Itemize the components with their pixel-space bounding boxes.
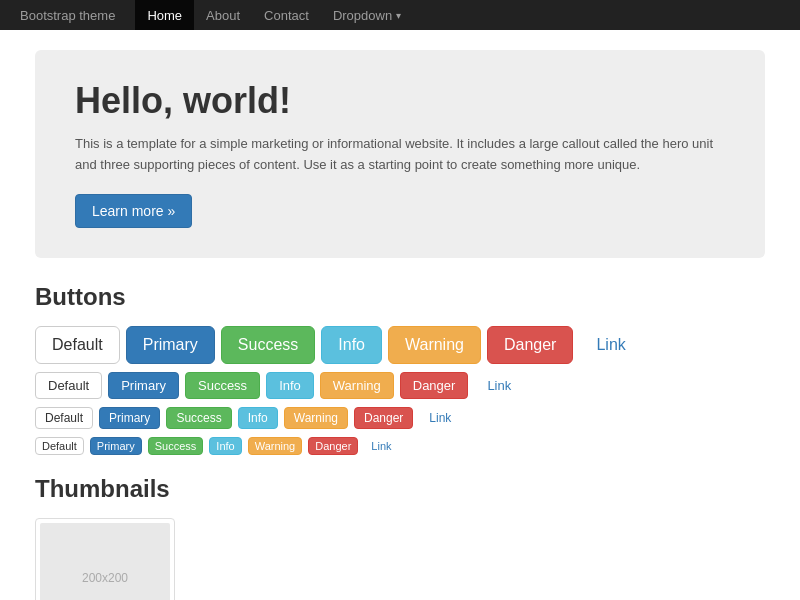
chevron-down-icon: ▾ xyxy=(396,10,401,21)
btn-row-lg: Default Primary Success Info Warning Dan… xyxy=(35,326,765,364)
btn-primary-xs[interactable]: Primary xyxy=(90,437,142,455)
btn-warning-sm[interactable]: Warning xyxy=(284,407,348,429)
main-container: Hello, world! This is a template for a s… xyxy=(20,30,780,600)
btn-primary-md[interactable]: Primary xyxy=(108,372,179,399)
thumbnails-section-title: Thumbnails xyxy=(35,475,765,503)
btn-link-xs[interactable]: Link xyxy=(364,437,398,455)
hero-description: This is a template for a simple marketin… xyxy=(75,134,725,176)
btn-info-md[interactable]: Info xyxy=(266,372,314,399)
thumbnails-section: Thumbnails 200x200 xyxy=(35,475,765,600)
btn-danger-sm[interactable]: Danger xyxy=(354,407,413,429)
btn-danger-xs[interactable]: Danger xyxy=(308,437,358,455)
learn-more-button[interactable]: Learn more » xyxy=(75,194,192,228)
btn-link-sm[interactable]: Link xyxy=(419,407,461,429)
btn-success-sm[interactable]: Success xyxy=(166,407,231,429)
thumbnail-placeholder: 200x200 xyxy=(40,523,170,600)
navbar-brand[interactable]: Bootstrap theme xyxy=(20,8,115,23)
btn-info-lg[interactable]: Info xyxy=(321,326,382,364)
navbar: Bootstrap theme Home About Contact Dropd… xyxy=(0,0,800,30)
btn-danger-md[interactable]: Danger xyxy=(400,372,469,399)
btn-success-lg[interactable]: Success xyxy=(221,326,315,364)
btn-default-md[interactable]: Default xyxy=(35,372,102,399)
btn-link-md[interactable]: Link xyxy=(474,372,524,399)
btn-primary-lg[interactable]: Primary xyxy=(126,326,215,364)
thumbnail-item[interactable]: 200x200 xyxy=(35,518,175,600)
btn-primary-sm[interactable]: Primary xyxy=(99,407,160,429)
btn-default-sm[interactable]: Default xyxy=(35,407,93,429)
btn-default-xs[interactable]: Default xyxy=(35,437,84,455)
btn-row-xs: Default Primary Success Info Warning Dan… xyxy=(35,437,765,455)
nav-items: Home About Contact Dropdown ▾ xyxy=(135,0,413,30)
nav-item-contact[interactable]: Contact xyxy=(252,0,321,30)
btn-success-md[interactable]: Success xyxy=(185,372,260,399)
nav-item-dropdown[interactable]: Dropdown ▾ xyxy=(321,0,413,30)
buttons-section-title: Buttons xyxy=(35,283,765,311)
btn-row-md: Default Primary Success Info Warning Dan… xyxy=(35,372,765,399)
btn-info-xs[interactable]: Info xyxy=(209,437,241,455)
btn-success-xs[interactable]: Success xyxy=(148,437,204,455)
btn-default-lg[interactable]: Default xyxy=(35,326,120,364)
btn-warning-xs[interactable]: Warning xyxy=(248,437,303,455)
btn-row-sm: Default Primary Success Info Warning Dan… xyxy=(35,407,765,429)
btn-warning-lg[interactable]: Warning xyxy=(388,326,481,364)
thumbnail-label: 200x200 xyxy=(82,571,128,585)
btn-info-sm[interactable]: Info xyxy=(238,407,278,429)
btn-warning-md[interactable]: Warning xyxy=(320,372,394,399)
nav-item-about[interactable]: About xyxy=(194,0,252,30)
jumbotron: Hello, world! This is a template for a s… xyxy=(35,50,765,258)
hero-title: Hello, world! xyxy=(75,80,725,122)
nav-item-home[interactable]: Home xyxy=(135,0,194,30)
nav-dropdown-label: Dropdown xyxy=(333,8,392,23)
buttons-section: Buttons Default Primary Success Info War… xyxy=(35,283,765,455)
btn-danger-lg[interactable]: Danger xyxy=(487,326,573,364)
btn-link-lg[interactable]: Link xyxy=(579,326,642,364)
